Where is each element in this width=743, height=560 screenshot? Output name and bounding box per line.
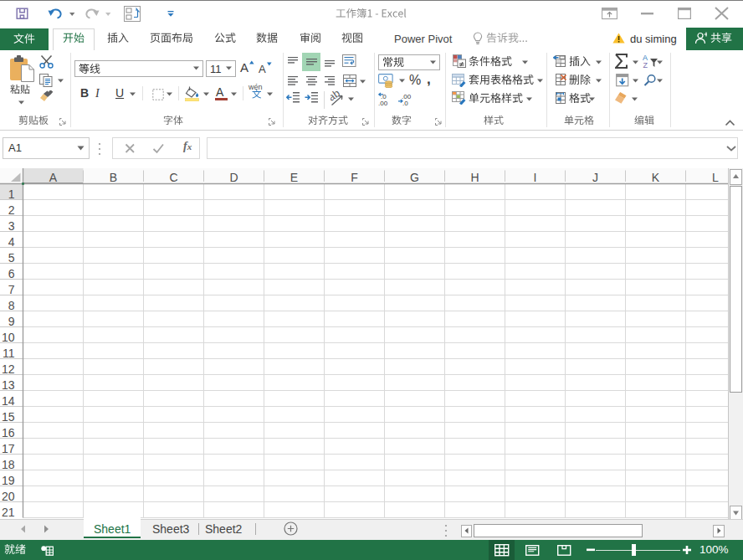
svg-text:8: 8 xyxy=(8,299,15,312)
svg-text:7: 7 xyxy=(8,283,15,296)
svg-text:G: G xyxy=(410,171,419,184)
svg-text:16: 16 xyxy=(2,426,15,439)
svg-text:L: L xyxy=(712,171,719,184)
svg-text:3: 3 xyxy=(8,219,15,233)
svg-text:H: H xyxy=(470,171,479,184)
svg-text:C: C xyxy=(169,171,177,184)
svg-text:9: 9 xyxy=(8,315,15,328)
svg-text:10: 10 xyxy=(2,331,15,344)
svg-text:17: 17 xyxy=(2,442,15,455)
svg-text:11: 11 xyxy=(3,347,15,360)
svg-text:J: J xyxy=(592,171,598,184)
svg-text:5: 5 xyxy=(8,251,15,265)
svg-text:B: B xyxy=(110,171,117,184)
svg-text:18: 18 xyxy=(2,458,15,471)
svg-text:2: 2 xyxy=(8,203,15,217)
svg-text:21: 21 xyxy=(2,506,15,519)
svg-text:E: E xyxy=(290,171,298,184)
svg-text:12: 12 xyxy=(2,362,15,376)
svg-text:20: 20 xyxy=(2,490,15,503)
svg-text:15: 15 xyxy=(2,410,15,424)
svg-text:13: 13 xyxy=(2,378,15,392)
svg-text:I: I xyxy=(534,171,537,184)
svg-text:14: 14 xyxy=(2,394,15,408)
svg-text:K: K xyxy=(652,171,660,184)
svg-text:4: 4 xyxy=(8,235,15,249)
svg-text:6: 6 xyxy=(8,267,15,280)
svg-text:F: F xyxy=(351,171,358,184)
svg-text:19: 19 xyxy=(2,474,15,487)
svg-text:Z: Z xyxy=(643,61,648,69)
svg-text:1: 1 xyxy=(8,188,15,201)
svg-text:.0: .0 xyxy=(402,100,408,105)
svg-text:D: D xyxy=(229,171,238,184)
svg-text:A: A xyxy=(49,171,58,184)
svg-text:.00: .00 xyxy=(378,100,388,105)
